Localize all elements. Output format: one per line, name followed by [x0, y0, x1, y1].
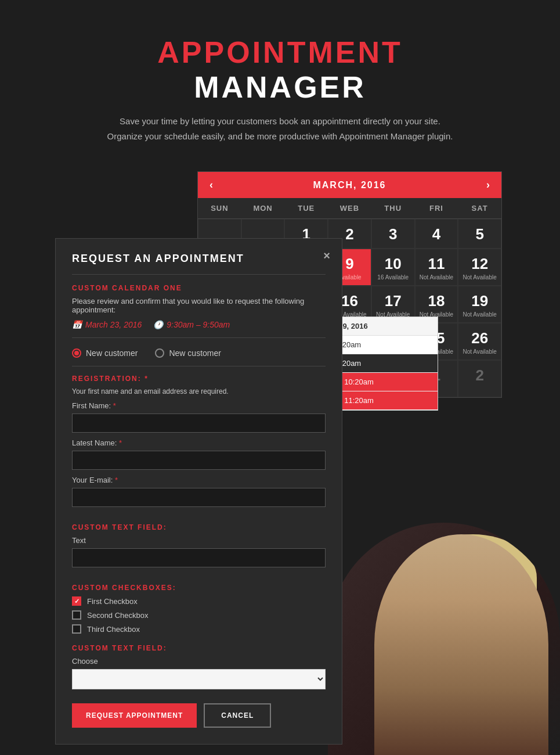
calendar-header: ‹ MARCH, 2016 › [198, 172, 501, 198]
checkbox-item-1[interactable]: First Checkbox [72, 596, 326, 606]
calendar-next-button[interactable]: › [486, 179, 490, 191]
header-subtitle: Save your time by letting your customers… [12, 114, 548, 143]
registration-section-title: REGISTRATION: * [72, 375, 326, 383]
calendar-cell[interactable]: 5 [458, 219, 501, 249]
cancel-button[interactable]: CANCEL [204, 703, 271, 728]
customer-type-radio-group: New customer New customer [72, 348, 326, 366]
background-person [328, 523, 560, 755]
calendar-cell[interactable]: 1016 Available [371, 249, 415, 286]
calendar-cell[interactable]: 26Not Available [458, 323, 501, 360]
day-wed: WEB [328, 198, 371, 218]
calendar-cell[interactable]: 3 [371, 219, 415, 249]
checkbox-1[interactable] [72, 596, 81, 606]
checkboxes-section: CUSTOM CHECKBOXES: First Checkbox Second… [72, 584, 326, 634]
modal-footer: REQUEST APPOINTMENT CANCEL [72, 701, 326, 728]
last-name-label: Latest Name: * [72, 438, 326, 447]
select-section: CUSTOM TEXT FIELD: Choose Option 1 Optio… [72, 644, 326, 689]
calendar-cell[interactable]: 12Not Available [458, 249, 501, 286]
checkbox-label-3: Third Checkbox [87, 625, 140, 634]
last-name-input[interactable] [72, 451, 326, 470]
custom-text-field-label: Text [72, 536, 326, 545]
appointment-date: 📅 March 23, 2016 [72, 320, 142, 329]
modal-close-button[interactable]: × [323, 249, 330, 263]
checkbox-item-3[interactable]: Third Checkbox [72, 624, 326, 634]
person-body [374, 534, 548, 755]
custom-text-section-title: CUSTOM TEXT FIELD: [72, 523, 326, 531]
calendar-prev-button[interactable]: ‹ [209, 179, 213, 191]
calendar-cell[interactable]: 2 [458, 360, 501, 397]
first-name-label: First Name: * [72, 401, 326, 410]
appointment-modal: REQUEST AN APPOINTMENT × CUSTOM CALENDAR… [55, 238, 342, 745]
calendar-days-header: SUN MON TUE WEB THU FRI SAT [198, 198, 501, 219]
page-header: APPOINTMENT MANAGER Save your time by le… [0, 0, 560, 161]
calendar-cell[interactable]: 11Not Available [415, 249, 458, 286]
custom-select[interactable]: Option 1 Option 2 Option 3 [72, 669, 326, 689]
checkbox-label-2: Second Checkbox [87, 611, 149, 620]
checkbox-item-2[interactable]: Second Checkbox [72, 610, 326, 620]
appointment-info: 📅 March 23, 2016 🕐 9:30am – 9:50am [72, 320, 326, 338]
day-mon: MON [241, 198, 285, 218]
calendar-section-title: CUSTOM CALENDAR ONE [72, 284, 326, 292]
calendar-icon: 📅 [72, 320, 82, 329]
calendar-cell[interactable]: 19Not Available [458, 286, 501, 323]
day-tue: TUE [284, 198, 328, 218]
day-sat: SAT [458, 198, 501, 218]
day-thu: THU [371, 198, 415, 218]
title-manager: MANAGER [194, 70, 366, 104]
title-appointment: APPOINTMENT [157, 35, 402, 69]
appointment-time: 🕐 9:30am – 9:50am [153, 320, 230, 329]
radio-btn-1[interactable] [72, 348, 81, 358]
checkboxes-section-title: CUSTOM CHECKBOXES: [72, 584, 326, 592]
calendar-month-label: MARCH, 2016 [313, 180, 386, 190]
day-sun: SUN [198, 198, 241, 218]
custom-text-input[interactable] [72, 548, 326, 567]
request-appointment-button[interactable]: REQUEST APPOINTMENT [72, 703, 197, 728]
radio-btn-2[interactable] [155, 348, 164, 358]
custom-text-section: CUSTOM TEXT FIELD: Text [72, 523, 326, 573]
select-section-title: CUSTOM TEXT FIELD: [72, 644, 326, 652]
day-fri: FRI [415, 198, 458, 218]
registration-section: REGISTRATION: * Your first name and an e… [72, 375, 326, 513]
email-input[interactable] [72, 488, 326, 507]
radio-new-customer-1[interactable]: New customer [72, 348, 138, 358]
calendar-cell[interactable]: 4 [415, 219, 458, 249]
calendar-section: CUSTOM CALENDAR ONE Please review and co… [72, 284, 326, 338]
clock-icon: 🕐 [153, 320, 163, 329]
radio-new-customer-2[interactable]: New customer [155, 348, 221, 358]
checkbox-2[interactable] [72, 610, 81, 620]
first-name-input[interactable] [72, 414, 326, 433]
email-label: Your E-mail: * [72, 476, 326, 484]
checkbox-label-1: First Checkbox [87, 597, 138, 606]
calendar-section-desc: Please review and confirm that you would… [72, 297, 326, 314]
modal-title: REQUEST AN APPOINTMENT [72, 253, 326, 275]
checkbox-3[interactable] [72, 624, 81, 634]
select-field-label: Choose [72, 657, 326, 666]
registration-note: Your first name and an email address are… [72, 387, 326, 396]
